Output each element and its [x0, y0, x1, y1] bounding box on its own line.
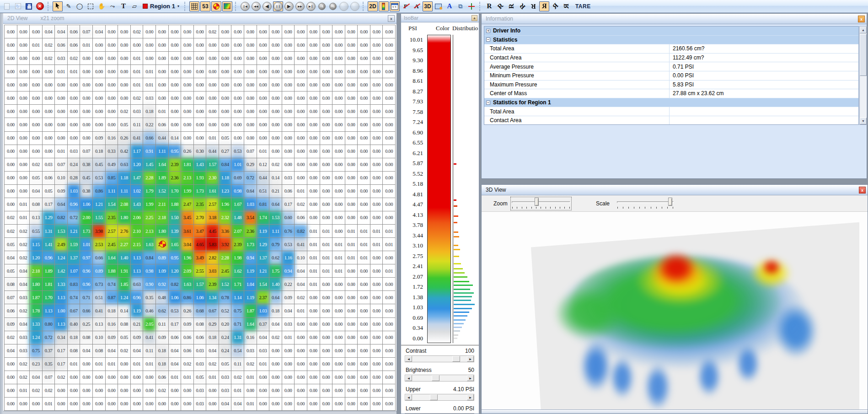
information-scrollbar[interactable]: ▲ ▼	[859, 26, 867, 125]
measure-tool-button[interactable]: ⤳	[107, 1, 118, 11]
isobar-collapse-button[interactable]: ▲	[472, 15, 477, 21]
sensor-values-toggle-button[interactable]: 53	[200, 1, 210, 11]
view-2d-button[interactable]: 2D	[368, 1, 378, 11]
scroll-left-button[interactable]: ◀	[405, 394, 412, 400]
hide-pressure-values-button[interactable]: P	[401, 1, 411, 11]
distribution-bar	[454, 292, 474, 294]
3d-render-canvas[interactable]	[482, 212, 868, 409]
pencil-tool-button[interactable]: ✎	[64, 1, 74, 11]
fast-forward-button[interactable]: ▶▶	[295, 1, 305, 11]
view-3d-button[interactable]: 3D	[423, 1, 433, 11]
rotate-0-button[interactable]: R	[484, 1, 494, 11]
display-capture-button[interactable]	[434, 1, 444, 11]
record-button[interactable]	[339, 1, 349, 11]
new-document-button[interactable]	[2, 1, 12, 11]
pause-button[interactable]: ❙❙	[273, 1, 283, 11]
distribution-bar	[454, 281, 469, 282]
close-session-button[interactable]: ✕	[35, 1, 45, 11]
info-row-mininum-pressure[interactable]: Mininum Pressure0.00 PSI	[484, 71, 858, 81]
center-axes-button[interactable]	[466, 1, 477, 11]
isobar-titlebar: IsoBar	[401, 14, 479, 22]
mirror-rotate-45-button[interactable]: R	[550, 1, 560, 11]
info-row-center-of-mass[interactable]: Center of Mass27.88 cm x 23.62 cm	[484, 89, 858, 98]
information-close-button[interactable]: x	[858, 16, 865, 22]
2d-view-close-button[interactable]: x	[388, 15, 395, 22]
scroll-left-button[interactable]: ◀	[405, 375, 412, 381]
info-row-statistics[interactable]: −Statistics	[484, 36, 858, 45]
settings-dialog-button[interactable]	[390, 1, 400, 11]
brightness-scrollbar[interactable]: ◀▶	[405, 375, 474, 382]
stop-button[interactable]	[350, 1, 360, 11]
last-frame-button[interactable]: ▶❙	[306, 1, 316, 11]
plus-one-frame-button[interactable]: +1	[328, 1, 338, 11]
pan-tool-button[interactable]: ✋	[96, 1, 107, 11]
3d-view-close-button[interactable]: x	[859, 187, 866, 194]
regions-toggle-button[interactable]	[211, 1, 221, 11]
info-row-average-pressure[interactable]: Average Pressure0.71 PSI	[484, 62, 858, 71]
psi-tick-label: 3.10	[413, 242, 423, 249]
open-session-button[interactable]: ↻	[13, 1, 23, 11]
scroll-up-button[interactable]: ▲	[860, 27, 867, 33]
rotate-45-button[interactable]: R	[495, 1, 505, 11]
stat-value: 0.00 PSI	[669, 71, 858, 80]
text-tool-button[interactable]: T	[118, 1, 129, 11]
scroll-down-button[interactable]: ▼	[860, 118, 867, 124]
info-row-contact-area[interactable]: Contact Area1122.49 cm?	[484, 54, 858, 63]
collapse-icon[interactable]: −	[486, 38, 490, 42]
scroll-right-button[interactable]: ▶	[467, 375, 474, 381]
minus-one-frame-button[interactable]: -1	[317, 1, 327, 11]
scroll-right-button[interactable]: ▶	[467, 356, 474, 362]
rotate-90-button[interactable]: R	[506, 1, 516, 11]
scroll-thumb[interactable]	[860, 34, 867, 76]
scroll-thumb[interactable]	[430, 394, 438, 400]
2d-horizontal-scrollbar[interactable]	[3, 411, 396, 414]
previous-frame-button[interactable]: ◀	[262, 1, 272, 11]
isobar-col-color: Color	[436, 25, 450, 32]
distribution-bar	[454, 263, 461, 264]
font-button[interactable]: A	[445, 1, 455, 11]
rewind-button[interactable]: ◀◀	[251, 1, 261, 11]
contrast-scrollbar[interactable]: ◀▶	[405, 355, 474, 362]
isobar-panel-toggle-button[interactable]	[379, 1, 389, 11]
ellipse-region-tool-button[interactable]: ◯	[75, 1, 85, 11]
panel-grip[interactable]	[0, 13, 3, 414]
tare-button[interactable]: TARE	[572, 1, 594, 11]
scale-slider-thumb[interactable]	[668, 198, 672, 206]
hide-annotations-button[interactable]: A	[412, 1, 422, 11]
save-button[interactable]	[24, 1, 34, 11]
pressure-grid[interactable]: 0.000.000.000.040.040.060.070.040.000.00…	[4, 25, 396, 411]
scroll-thumb[interactable]	[452, 356, 460, 362]
play-button[interactable]: ▶	[284, 1, 294, 11]
info-row-contact-area[interactable]: Contact Area	[484, 116, 858, 125]
node-link-button[interactable]: ⧉	[455, 1, 466, 11]
upper-scrollbar[interactable]: ◀▶	[405, 394, 474, 401]
info-row-statistics-for-region-1[interactable]: −Statistics for Region 1	[484, 98, 858, 108]
select-tool-button[interactable]	[53, 1, 63, 11]
scroll-thumb[interactable]	[432, 375, 439, 381]
scroll-left-button[interactable]: ◀	[405, 356, 412, 362]
collapse-icon[interactable]: −	[486, 101, 490, 105]
rotate-180-button[interactable]: R	[528, 1, 538, 11]
grid-toggle-button[interactable]	[189, 1, 199, 11]
scale-slider[interactable]	[616, 197, 675, 210]
zoom-slider-thumb[interactable]	[535, 198, 539, 206]
rect-region-tool-button[interactable]	[86, 1, 96, 11]
rotate-135-button[interactable]: R	[517, 1, 527, 11]
mirror-button[interactable]: R	[539, 1, 549, 11]
region-selector[interactable]: Region 1▾	[141, 1, 181, 11]
zoom-slider[interactable]	[511, 197, 571, 210]
info-row-driver-info[interactable]: +Driver Info	[484, 27, 858, 36]
colormap-toggle-button[interactable]	[222, 1, 232, 11]
scroll-right-button[interactable]: ▶	[467, 394, 474, 400]
first-frame-button[interactable]: ❙◀	[240, 1, 250, 11]
psi-tick-label: 4.47	[413, 201, 423, 208]
info-row-total-area[interactable]: Total Area2160.56 cm?	[484, 44, 858, 54]
info-row-total-area[interactable]: Total Area	[484, 107, 858, 116]
isobar-col-distribution: Distributio	[452, 25, 478, 32]
mirror-rotate-90-button[interactable]: R	[561, 1, 571, 11]
info-row-maximum-pressure[interactable]: Maximum Pressure5.83 PSI	[484, 81, 858, 90]
distribution-bar	[454, 323, 464, 324]
eraser-tool-button[interactable]: ▱	[129, 1, 139, 11]
psi-tick-label: 3.78	[413, 221, 423, 229]
expand-icon[interactable]: +	[486, 29, 490, 33]
